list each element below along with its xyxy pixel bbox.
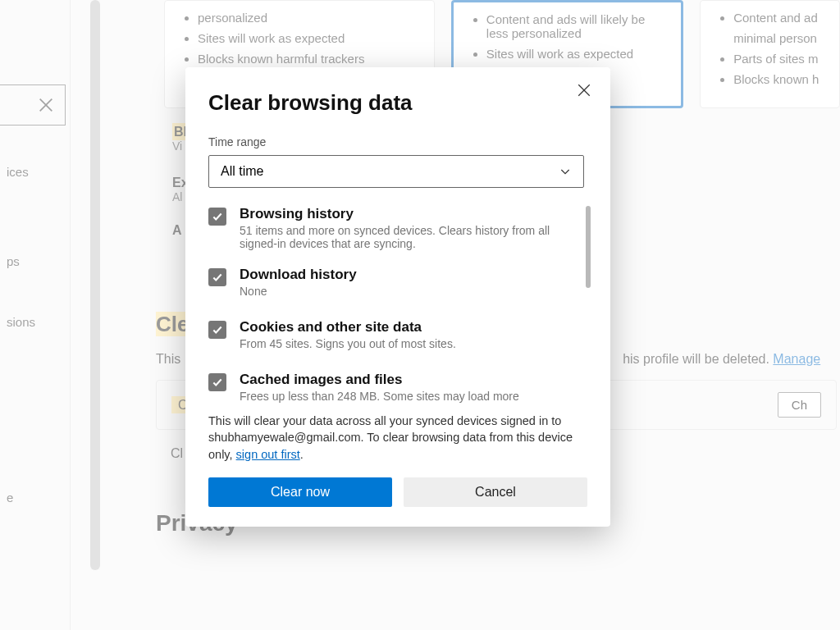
check-item-cache: Cached images and files Frees up less th… bbox=[208, 372, 587, 403]
check-item-browsing-history: Browsing history 51 items and more on sy… bbox=[208, 206, 587, 250]
check-desc: Frees up less than 248 MB. Some sites ma… bbox=[240, 390, 519, 403]
chevron-down-icon bbox=[559, 165, 572, 178]
cancel-button[interactable]: Cancel bbox=[404, 477, 587, 507]
data-type-list: Browsing history 51 items and more on sy… bbox=[208, 206, 587, 403]
check-desc: From 45 sites. Signs you out of most sit… bbox=[240, 337, 456, 350]
checkbox-browsing-history[interactable] bbox=[208, 208, 226, 226]
check-title: Cookies and other site data bbox=[240, 319, 456, 336]
check-desc: 51 items and more on synced devices. Cle… bbox=[240, 224, 559, 250]
check-title: Browsing history bbox=[240, 206, 559, 222]
dialog-title: Clear browsing data bbox=[208, 90, 587, 116]
checkmark-icon bbox=[212, 272, 223, 283]
time-range-label: Time range bbox=[208, 135, 587, 148]
check-title: Download history bbox=[240, 267, 357, 283]
dialog-close-button[interactable] bbox=[573, 79, 596, 102]
clear-browsing-data-dialog: Clear browsing data Time range All time … bbox=[185, 67, 610, 527]
close-icon bbox=[577, 83, 591, 98]
check-desc: None bbox=[240, 285, 357, 298]
checkbox-cookies[interactable] bbox=[208, 321, 226, 339]
check-item-cookies: Cookies and other site data From 45 site… bbox=[208, 319, 587, 350]
check-title: Cached images and files bbox=[240, 372, 519, 388]
checkmark-icon bbox=[212, 211, 223, 222]
time-range-value: All time bbox=[221, 164, 263, 179]
checkmark-icon bbox=[212, 324, 223, 336]
time-range-select[interactable]: All time bbox=[208, 155, 584, 188]
checkbox-download-history[interactable] bbox=[208, 268, 226, 286]
check-item-download-history: Download history None bbox=[208, 267, 587, 298]
list-scrollbar-thumb[interactable] bbox=[586, 206, 591, 288]
sign-out-link[interactable]: sign out first bbox=[236, 448, 300, 461]
checkbox-cache[interactable] bbox=[208, 373, 226, 391]
dialog-sync-note: This will clear your data across all you… bbox=[208, 413, 586, 463]
checkmark-icon bbox=[212, 377, 223, 388]
clear-now-button[interactable]: Clear now bbox=[208, 477, 392, 507]
